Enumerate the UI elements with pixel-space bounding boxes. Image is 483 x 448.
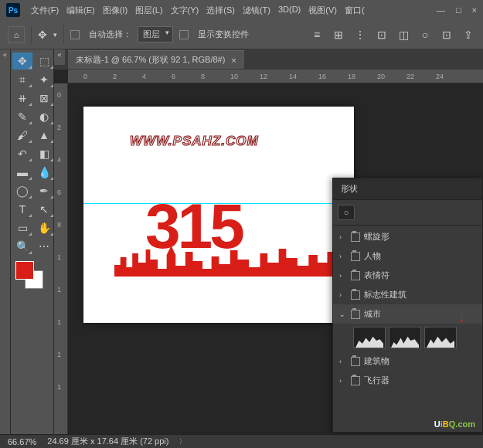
auto-select-label: 自动选择：	[89, 29, 131, 40]
color-swatches[interactable]	[12, 261, 52, 289]
blur-tool[interactable]: 💧	[34, 164, 54, 181]
watermark-text: WWW.PSAHZ.COM	[130, 134, 259, 149]
align-icon[interactable]: ⊡	[375, 28, 389, 42]
menu-select[interactable]: 选择(S)	[203, 2, 238, 19]
tree-item[interactable]: ›标志性建筑	[333, 285, 482, 304]
artboard: WWW.PSAHZ.COM 315	[83, 107, 354, 323]
menu-file[interactable]: 文件(F)	[28, 2, 62, 19]
status-bar: 66.67% 24.69 厘米 x 17.64 厘米 (72 ppi) 〉	[0, 434, 483, 448]
divider	[63, 25, 64, 44]
crop-tool[interactable]: ⧺	[12, 90, 32, 107]
toolbox: ✥ ⬚ ⌗ ✦ ⧺ ⊠ ✎ ◐ 🖌 ▲ ↶ ◧ ▬ 💧 ◯ ✒ T ↖ ▭ ✋ …	[11, 49, 54, 434]
tree-label: 标志性建筑	[364, 289, 406, 300]
panel-title[interactable]: 形状	[333, 178, 482, 200]
watermark-brand: UiBQ.com	[434, 415, 475, 431]
minimize-button[interactable]: —	[437, 5, 445, 15]
window-controls: — □ ×	[437, 5, 477, 15]
shape-tool[interactable]: ▭	[12, 219, 32, 236]
tab-title: 未标题-1 @ 66.7% (形状 92 1, RGB/8#)	[76, 54, 225, 66]
lasso-tool[interactable]: ⌗	[12, 71, 32, 88]
tab-close-icon[interactable]: ×	[231, 56, 236, 65]
folder-icon	[351, 232, 360, 242]
transform-label: 显示变换控件	[198, 29, 249, 40]
menu-type[interactable]: 文字(Y)	[168, 2, 202, 19]
doc-dimensions: 24.69 厘米 x 17.64 厘米 (72 ppi)	[47, 436, 168, 447]
shape-tree: ›螺旋形›人物›表情符›标志性建筑⌄城市↓›建筑物›飞行器	[333, 226, 482, 392]
menu-bar: 文件(F) 编辑(E) 图像(I) 图层(L) 文字(Y) 选择(S) 滤镜(T…	[28, 2, 368, 19]
shape-thumb[interactable]	[389, 327, 421, 348]
title-bar: Ps 文件(F) 编辑(E) 图像(I) 图层(L) 文字(Y) 选择(S) 滤…	[0, 0, 483, 20]
chevron-icon: ›	[339, 253, 347, 260]
frame-tool[interactable]: ⊠	[34, 90, 54, 107]
menu-image[interactable]: 图像(I)	[100, 2, 131, 19]
shape-thumb[interactable]	[353, 327, 386, 348]
menu-layer[interactable]: 图层(L)	[132, 2, 165, 19]
shape-thumb[interactable]	[424, 327, 457, 348]
gradient-tool[interactable]: ▬	[12, 164, 32, 181]
edit-toolbar[interactable]: ⋯	[34, 238, 54, 255]
chevron-icon: ⌄	[339, 311, 347, 318]
layer-dropdown[interactable]: 图层	[138, 26, 173, 42]
tab-collapse[interactable]: «	[54, 49, 65, 65]
shape-thumbnails: ↓	[333, 324, 482, 351]
folder-icon	[351, 290, 360, 300]
folder-icon	[351, 271, 360, 280]
ruler-vertical: 0246811111	[54, 83, 68, 434]
menu-filter[interactable]: 滤镜(T)	[240, 2, 274, 19]
maximize-button[interactable]: □	[456, 5, 461, 15]
move-tool[interactable]: ✥	[12, 53, 32, 70]
close-button[interactable]: ×	[472, 5, 477, 15]
transform-checkbox[interactable]	[179, 29, 192, 39]
document-tab[interactable]: 未标题-1 @ 66.7% (形状 92 1, RGB/8#) ×	[68, 50, 244, 69]
home-icon[interactable]: ⌂	[8, 26, 25, 43]
shapes-panel: 形状 ○ ›螺旋形›人物›表情符›标志性建筑⌄城市↓›建筑物›飞行器	[332, 178, 483, 433]
app-logo: Ps	[6, 3, 20, 17]
foreground-swatch[interactable]	[15, 261, 34, 280]
dodge-tool[interactable]: ◯	[12, 182, 32, 199]
align-icon[interactable]: ⋮	[353, 28, 367, 42]
heal-tool[interactable]: ◐	[34, 108, 54, 125]
menu-3d[interactable]: 3D(D)	[275, 2, 304, 19]
search-icon[interactable]: ○	[418, 28, 432, 42]
chevron-icon: ›	[339, 233, 347, 241]
tree-item[interactable]: ›螺旋形	[333, 227, 482, 246]
wand-tool[interactable]: ✦	[34, 71, 54, 88]
panel-collapse[interactable]: «	[0, 49, 11, 434]
divider	[31, 25, 32, 44]
zoom-tool[interactable]: 🔍	[12, 238, 32, 255]
menu-window[interactable]: 窗口(	[342, 2, 368, 19]
chevron-icon: ›	[339, 358, 347, 365]
zoom-level[interactable]: 66.67%	[8, 437, 36, 446]
menu-view[interactable]: 视图(V)	[305, 2, 340, 19]
align-icon[interactable]: ≡	[310, 28, 324, 42]
align-icon[interactable]: ⊞	[332, 28, 345, 42]
align-icon[interactable]: ⊡	[440, 28, 454, 42]
stamp-tool[interactable]: ▲	[34, 127, 54, 144]
eraser-tool[interactable]: ◧	[34, 145, 54, 162]
3d-icon[interactable]: ◫	[396, 28, 410, 42]
brush-tool[interactable]: 🖌	[12, 127, 32, 144]
move-tool-icon[interactable]: ✥	[38, 29, 47, 41]
panel-search-row: ○	[333, 200, 482, 226]
ruler-horizontal: 024681012141618202224	[68, 70, 483, 83]
marquee-tool[interactable]: ⬚	[34, 53, 54, 70]
tree-label: 人物	[364, 250, 381, 262]
auto-select-checkbox[interactable]	[70, 29, 83, 39]
alignment-icons: ≡ ⊞ ⋮ ⊡ ◫ ○ ⊡ ⇪	[310, 28, 475, 42]
type-tool[interactable]: T	[12, 201, 32, 218]
pen-tool[interactable]: ✒	[34, 182, 54, 199]
tree-label: 飞行器	[364, 375, 389, 386]
search-icon[interactable]: ○	[338, 205, 355, 220]
share-icon[interactable]: ⇪	[461, 28, 475, 42]
eyedropper-tool[interactable]: ✎	[12, 108, 32, 125]
history-brush-tool[interactable]: ↶	[12, 145, 32, 162]
chevron-icon: ›	[339, 377, 347, 385]
tree-item[interactable]: ›表情符	[333, 266, 482, 285]
tree-item[interactable]: ›人物	[333, 246, 482, 266]
path-tool[interactable]: ↖	[34, 201, 54, 218]
tab-strip: 未标题-1 @ 66.7% (形状 92 1, RGB/8#) ×	[54, 49, 483, 70]
hand-tool[interactable]: ✋	[34, 219, 54, 236]
tree-item[interactable]: ›飞行器	[333, 371, 482, 390]
menu-edit[interactable]: 编辑(E)	[63, 2, 98, 19]
tree-item[interactable]: ›建筑物	[333, 351, 482, 371]
